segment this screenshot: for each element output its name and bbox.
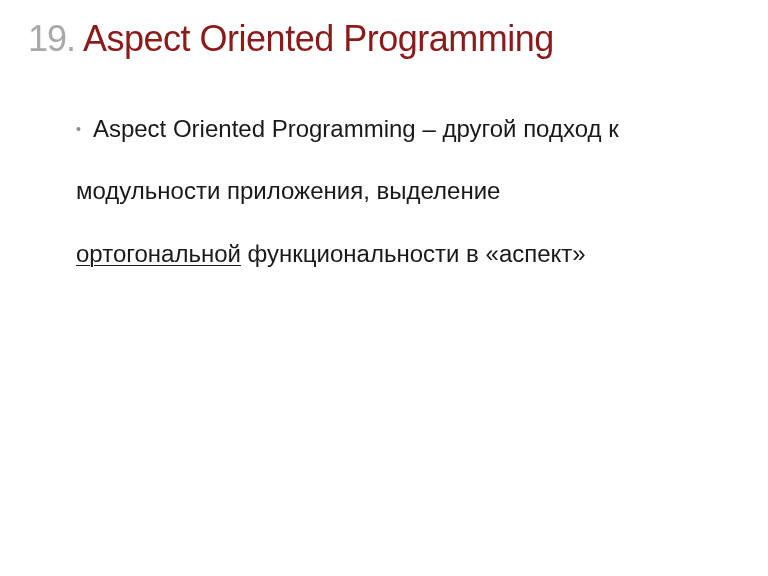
- slide-container: 19. Aspect Oriented Programming • Aspect…: [0, 0, 768, 303]
- underlined-word: ортогональной: [76, 240, 241, 267]
- slide-title: Aspect Oriented Programming: [83, 18, 554, 60]
- bullet-item: • Aspect Oriented Programming – другой п…: [76, 98, 700, 160]
- slide-content: • Aspect Oriented Programming – другой п…: [28, 98, 740, 285]
- body-line-3: ортогональной функциональности в «аспект…: [76, 223, 700, 285]
- title-row: 19. Aspect Oriented Programming: [28, 18, 740, 60]
- body-line-2: модульности приложения, выделение: [76, 160, 700, 222]
- bullet-marker-icon: •: [76, 111, 81, 147]
- body-line-3-rest: функциональности в «аспект»: [241, 240, 586, 267]
- body-line-1: Aspect Oriented Programming – другой под…: [93, 98, 619, 160]
- slide-number: 19.: [28, 18, 75, 60]
